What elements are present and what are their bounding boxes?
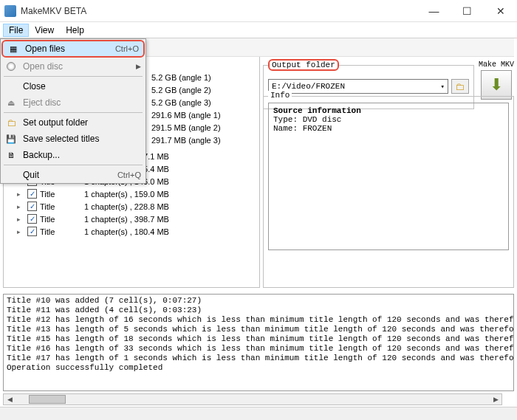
title-info: 1 chapter(s) , 398.7 MB	[84, 215, 169, 224]
info-type-row: Type: DVD disc	[273, 115, 504, 124]
close-button[interactable]: ✕	[484, 0, 517, 22]
output-path-value: E:/Video/FROZEN	[272, 82, 345, 91]
minimize-button[interactable]: —	[417, 0, 451, 22]
menu-backup[interactable]: 🗎 Backup...	[1, 147, 145, 163]
expand-icon[interactable]: ▸	[17, 216, 24, 223]
title-row[interactable]: ▸✓Title1 chapter(s) , 159.0 MB	[4, 187, 259, 200]
title-name: Title	[40, 202, 84, 211]
horizontal-scrollbar[interactable]: ◀ ▶	[3, 393, 502, 405]
maximize-button[interactable]: ☐	[451, 0, 484, 22]
title-checkbox[interactable]: ✓	[27, 189, 37, 199]
scroll-left-icon[interactable]: ◀	[4, 396, 16, 403]
log-pane: Title #10 was added (7 cell(s), 0:07:27)…	[3, 294, 514, 391]
output-path-select[interactable]: E:/Video/FROZEN ▾	[268, 79, 448, 94]
window-controls: — ☐ ✕	[417, 0, 517, 22]
menu-close[interactable]: Close	[1, 78, 145, 94]
make-mkv-label: Make MKV	[479, 61, 514, 69]
output-folder-label: Output folder	[268, 59, 339, 71]
title-info: 1 chapter(s) , 159.0 MB	[84, 190, 169, 199]
menu-open-files[interactable]: ▦ Open files Ctrl+O	[1, 40, 145, 58]
title-row[interactable]: ▸✓Title1 chapter(s) , 398.7 MB	[4, 213, 259, 225]
menu-help[interactable]: Help	[60, 24, 90, 37]
info-box: Source information Type: DVD disc Name: …	[268, 103, 509, 250]
disc-icon	[5, 61, 17, 72]
title-name: Title	[40, 215, 84, 224]
folder-icon: 🗀	[455, 81, 465, 92]
statusbar	[0, 407, 517, 420]
menu-quit[interactable]: Quit Ctrl+Q	[1, 167, 145, 183]
right-pane: Output folder E:/Video/FROZEN ▾ 🗀 Make M…	[263, 41, 514, 288]
menu-view[interactable]: View	[29, 24, 60, 37]
info-group: Info Source information Type: DVD disc N…	[263, 96, 514, 288]
menu-set-output-folder[interactable]: 🗀 Set output folder	[1, 114, 145, 131]
title-info: 1 chapter(s) , 228.8 MB	[84, 202, 169, 211]
title-info: 1 chapter(s) , 180.4 MB	[84, 227, 169, 236]
save-icon: 💾	[5, 133, 17, 145]
make-mkv-icon: ⬇	[490, 75, 503, 94]
info-header: Source information	[273, 106, 504, 115]
file-icon: ▦	[7, 43, 19, 55]
title-name: Title	[40, 190, 84, 199]
backup-icon: 🗎	[5, 149, 17, 161]
menu-separator	[4, 112, 143, 113]
file-menu-dropdown: ▦ Open files Ctrl+O Open disc ▶ Close ⏏ …	[0, 38, 146, 184]
make-mkv-button[interactable]: ⬇	[481, 70, 512, 100]
titlebar: MakeMKV BETA — ☐ ✕	[0, 0, 517, 22]
expand-icon[interactable]: ▸	[17, 203, 24, 210]
menu-eject-disc[interactable]: ⏏ Eject disc	[1, 94, 145, 111]
app-icon	[4, 5, 16, 17]
folder-icon: 🗀	[5, 117, 17, 128]
menu-save-selected-titles[interactable]: 💾 Save selected titles	[1, 131, 145, 147]
menu-separator	[4, 76, 143, 77]
menu-open-disc[interactable]: Open disc ▶	[1, 58, 145, 75]
title-row[interactable]: ▸✓Title1 chapter(s) , 228.8 MB	[4, 200, 259, 213]
info-group-label: Info	[268, 91, 292, 100]
menu-file[interactable]: File	[3, 24, 29, 37]
scrollbar-thumb[interactable]	[29, 395, 66, 404]
scroll-right-icon[interactable]: ▶	[490, 396, 501, 403]
chevron-down-icon: ▾	[441, 83, 445, 91]
title-checkbox[interactable]: ✓	[27, 202, 37, 211]
eject-icon: ⏏	[5, 97, 17, 109]
submenu-arrow-icon: ▶	[136, 63, 141, 70]
title-name: Title	[40, 227, 84, 236]
expand-icon[interactable]: ▸	[17, 228, 24, 235]
expand-icon[interactable]: ▸	[17, 190, 24, 198]
menu-separator	[4, 165, 143, 165]
title-checkbox[interactable]: ✓	[27, 214, 37, 224]
menubar: File View Help	[0, 22, 517, 38]
window-title: MakeMKV BETA	[21, 6, 417, 16]
browse-folder-button[interactable]: 🗀	[451, 79, 469, 94]
title-checkbox[interactable]: ✓	[27, 227, 37, 236]
title-row[interactable]: ▸✓Title1 chapter(s) , 180.4 MB	[4, 225, 259, 238]
info-name-row: Name: FROZEN	[273, 124, 504, 133]
